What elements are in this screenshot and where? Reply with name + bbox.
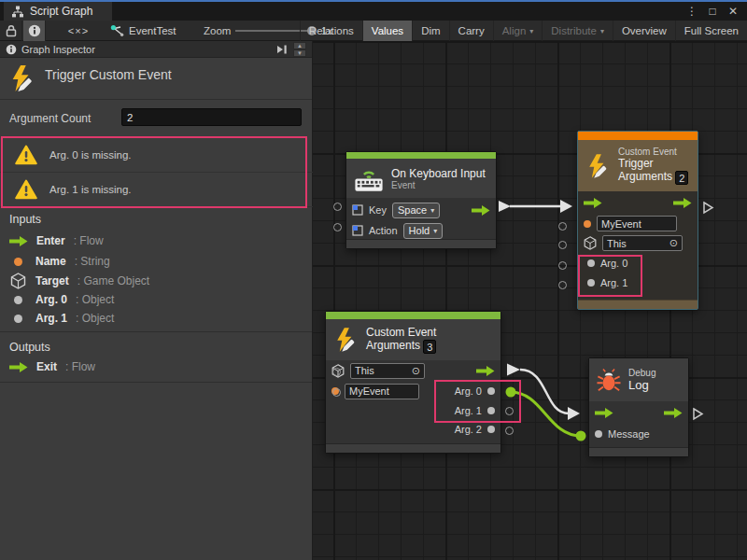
custom-event-name-port[interactable]	[332, 388, 341, 397]
arg0-label: Arg. 0	[600, 258, 627, 269]
trigger-target-port[interactable]	[558, 241, 567, 249]
trigger-arg1-port[interactable]	[558, 281, 567, 289]
keyboard-icon	[354, 165, 384, 192]
arg1-out-port[interactable]	[487, 407, 495, 414]
key-input-port[interactable]	[333, 203, 342, 211]
arguments-label: Arguments	[366, 339, 420, 352]
code-view-button[interactable]: <×>	[58, 21, 99, 41]
message-port[interactable]	[595, 430, 602, 438]
warning-text: Arg. 0 is missing.	[49, 149, 132, 161]
chevron-down-icon: ▾	[433, 227, 437, 235]
action-input-port[interactable]	[333, 223, 342, 231]
node-trigger-custom-event[interactable]: Custom Event Trigger Arguments 2 MyEvent	[577, 131, 698, 310]
event-color-bar	[326, 312, 500, 319]
flow-out-arrow[interactable]	[476, 366, 495, 376]
argument-count-input[interactable]: 2	[121, 108, 302, 126]
zoom-label: Zoom	[204, 21, 231, 41]
bug-icon	[597, 368, 621, 393]
key-label: Key	[369, 204, 387, 216]
arg2-external-port[interactable]	[505, 427, 514, 435]
arg0-label: Arg. 0	[455, 385, 482, 397]
key-dropdown[interactable]: Space ▾	[392, 203, 440, 218]
chevron-down-icon: ▾	[430, 206, 434, 215]
flow-in-arrow[interactable]	[584, 198, 602, 208]
target-field[interactable]: This ⊙	[602, 235, 683, 251]
inspector-toggle-button[interactable]	[23, 21, 46, 41]
string-port-icon	[14, 258, 22, 266]
flow-out-arrow[interactable]	[472, 205, 490, 216]
graph-reference[interactable]: EventTest	[110, 21, 176, 41]
info-icon	[28, 24, 41, 37]
dim-button[interactable]: Dim	[412, 21, 448, 41]
dock-icon[interactable]	[275, 44, 289, 55]
fullscreen-button[interactable]: Full Screen	[675, 21, 747, 41]
panel-spinner[interactable]: ▲▼	[293, 42, 306, 57]
custom-event-icon	[8, 63, 36, 93]
event-name-field[interactable]: MyEvent	[597, 216, 677, 231]
node-title: Log	[628, 378, 655, 392]
tab-script-graph[interactable]: Script Graph	[4, 2, 112, 21]
maximize-button[interactable]: □	[702, 5, 723, 18]
values-button[interactable]: Values	[362, 21, 412, 41]
object-port[interactable]	[587, 259, 595, 267]
align-button[interactable]: Align▾	[493, 21, 543, 41]
arg0-out-port[interactable]	[487, 387, 495, 395]
unit-title: Trigger Custom Event	[45, 67, 172, 82]
argument-count-badge[interactable]: 3	[423, 340, 436, 354]
trigger-name-port[interactable]	[558, 222, 567, 231]
cube-icon[interactable]	[584, 236, 597, 250]
target-picker-icon[interactable]: ⊙	[412, 365, 420, 377]
hierarchy-icon	[11, 6, 24, 18]
graph-inspector-panel: Graph Inspector ▲▼ Trigger Custom Event …	[0, 41, 313, 560]
trigger-arg0-port[interactable]	[558, 261, 567, 270]
window-menu-button[interactable]: ⋮	[682, 5, 702, 18]
flow-out-arrow[interactable]	[673, 198, 692, 208]
message-label: Message	[608, 428, 650, 440]
inputs-heading: Inputs	[9, 213, 41, 226]
relations-button[interactable]: Relations	[300, 21, 362, 41]
info-icon	[6, 44, 17, 55]
input-port-name: NameString	[9, 253, 110, 270]
flow-arrow-icon	[9, 236, 28, 246]
node-debug-log[interactable]: Debug Log Message	[588, 357, 689, 457]
distribute-button[interactable]: Distribute▾	[542, 21, 613, 41]
graph-canvas[interactable]: On Keyboard Input Event Key Space ▾	[313, 41, 747, 560]
action-dropdown[interactable]: Hold ▾	[403, 223, 444, 239]
flow-in-arrow[interactable]	[595, 408, 613, 418]
lock-icon	[6, 24, 17, 37]
node-custom-event[interactable]: Custom Event Arguments 3 This ⊙	[325, 311, 501, 454]
carry-button[interactable]: Carry	[449, 21, 493, 41]
object-port-icon	[14, 296, 22, 304]
lock-button[interactable]	[0, 21, 22, 41]
close-button[interactable]: ✕	[723, 5, 743, 18]
node-subtitle: Event	[391, 180, 486, 190]
flow-out-arrow[interactable]	[664, 408, 683, 418]
arg1-external-port[interactable]	[505, 407, 514, 415]
arg1-label: Arg. 1	[455, 405, 482, 416]
node-title: Trigger	[618, 157, 688, 170]
object-port[interactable]	[587, 279, 595, 287]
keycode-icon	[352, 225, 363, 236]
target-picker-icon[interactable]: ⊙	[669, 237, 678, 249]
node-category: Debug	[628, 368, 655, 378]
target-field[interactable]: This ⊙	[350, 363, 425, 379]
node-on-keyboard-input[interactable]: On Keyboard Input Event Key Space ▾	[345, 151, 497, 249]
overview-button[interactable]: Overview	[613, 21, 675, 41]
custom-event-icon	[585, 153, 611, 179]
warning-icon	[15, 179, 37, 200]
custom-event-target-port[interactable]	[332, 368, 341, 376]
flow-arrow-icon	[9, 362, 28, 372]
event-color-bar	[346, 152, 496, 159]
arg2-out-port[interactable]	[487, 426, 495, 433]
code-icon: <×>	[68, 25, 89, 36]
argument-count-label: Argument Count	[9, 112, 91, 125]
action-label: Action	[369, 225, 398, 236]
outputs-heading: Outputs	[9, 341, 50, 354]
node-title: On Keyboard Input	[391, 167, 486, 180]
argument-count-badge[interactable]: 2	[675, 171, 688, 185]
chevron-down-icon: ▾	[600, 27, 604, 35]
string-port[interactable]	[584, 220, 591, 228]
event-name-field[interactable]: MyEvent	[345, 384, 419, 399]
warning-icon	[15, 145, 37, 165]
node-title: Custom Event	[366, 326, 436, 339]
